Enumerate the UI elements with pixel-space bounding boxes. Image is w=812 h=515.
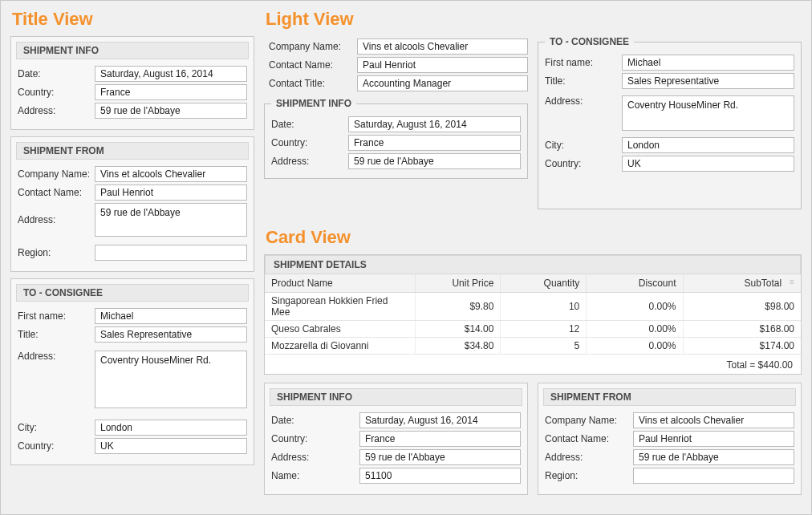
row-firstname: First name: Michael: [18, 308, 247, 324]
panel-title: SHIPMENT FROM: [543, 388, 796, 406]
cell-product: Mozzarella di Giovanni: [265, 338, 415, 355]
date-field[interactable]: Saturday, August 16, 2014: [95, 66, 247, 82]
region-field[interactable]: [95, 245, 247, 261]
country-field[interactable]: France: [95, 84, 247, 100]
label-address: Address:: [271, 452, 359, 463]
label-address: Address:: [271, 156, 348, 167]
light-shipment-info-group: SHIPMENT INFO Date: Saturday, August 16,…: [264, 98, 528, 179]
table-row[interactable]: Singaporean Hokkien Fried Mee$9.80100.00…: [265, 293, 801, 321]
row-contact-title: Contact Title: Accounting Manager: [269, 75, 528, 91]
row-date: Date: Saturday, August 16, 2014: [271, 116, 521, 132]
label-address: Address:: [545, 95, 622, 107]
company-field[interactable]: Vins et alcools Chevalier: [95, 166, 247, 182]
city-field[interactable]: London: [622, 137, 794, 153]
cell-discount: 0.00%: [587, 321, 683, 338]
panel-title: SHIPMENT FROM: [16, 142, 249, 160]
row-address: Address: 59 rue de l'Abbaye: [271, 153, 521, 169]
card-bottom-row: SHIPMENT INFO Date: Saturday, August 16,…: [264, 383, 802, 495]
city-field[interactable]: London: [95, 420, 247, 436]
table-row[interactable]: Mozzarella di Giovanni$34.8050.00%$174.0…: [265, 338, 801, 355]
card-view-heading: Card View: [266, 227, 802, 248]
col-unitprice[interactable]: Unit Price: [415, 274, 501, 293]
light-left-column: Company Name: Vins et alcools Chevalier …: [264, 36, 528, 216]
cell-discount: 0.00%: [587, 293, 683, 321]
cell-subtotal: $168.00: [683, 321, 801, 338]
label-city: City:: [18, 422, 95, 433]
row-address: Address: 59 rue de l'Abbaye: [18, 103, 247, 119]
row-title: Title: Sales Representative: [18, 326, 247, 343]
details-total: Total = $440.00: [265, 355, 801, 374]
row-country: Country: France: [271, 431, 521, 447]
address-field[interactable]: 59 rue de l'Abbaye: [633, 449, 794, 465]
row-firstname: First name: Michael: [545, 55, 794, 71]
country-field[interactable]: UK: [95, 438, 247, 454]
label-date: Date:: [271, 119, 348, 130]
firstname-field[interactable]: Michael: [95, 308, 247, 324]
row-city: City: London: [545, 137, 794, 153]
title-view-column: Title View SHIPMENT INFO Date: Saturday,…: [4, 4, 259, 511]
card-shipment-from-panel: SHIPMENT FROM Company Name: Vins et alco…: [538, 383, 802, 495]
country-field[interactable]: UK: [622, 156, 794, 172]
contact-title-field[interactable]: Accounting Manager: [357, 75, 528, 91]
row-name: Name: 51100: [271, 468, 521, 484]
label-company: Company Name:: [18, 168, 95, 180]
group-legend: TO - CONSIGNEE: [545, 36, 634, 47]
address-field[interactable]: 59 rue de l'Abbaye: [95, 203, 247, 237]
company-field[interactable]: Vins et alcools Chevalier: [633, 412, 794, 428]
address-field[interactable]: 59 rue de l'Abbaye: [95, 103, 247, 119]
title-field[interactable]: Sales Representative: [95, 326, 247, 343]
firstname-field[interactable]: Michael: [622, 55, 794, 71]
row-region: Region:: [18, 245, 247, 261]
row-company: Company Name: Vins et alcools Chevalier: [269, 39, 528, 55]
row-title: Title: Sales Representative: [545, 73, 794, 89]
row-date: Date: Saturday, August 16, 2014: [271, 412, 521, 428]
col-product[interactable]: Product Name: [265, 274, 415, 293]
country-field[interactable]: France: [359, 431, 521, 447]
row-address: Address: 59 rue de l'Abbaye: [271, 449, 521, 465]
label-contact: Contact Name:: [269, 59, 357, 71]
address-field[interactable]: Coventry HouseMiner Rd.: [95, 351, 247, 408]
table-row[interactable]: Queso Cabrales$14.00120.00%$168.00: [265, 321, 801, 338]
title-view-heading: Title View: [12, 9, 254, 30]
label-contact: Contact Name:: [18, 187, 95, 198]
col-quantity[interactable]: Quantity: [501, 274, 587, 293]
contact-field[interactable]: Paul Henriot: [357, 57, 528, 73]
row-country: Country: France: [271, 135, 521, 151]
row-contact: Contact Name: Paul Henriot: [269, 57, 528, 73]
contact-field[interactable]: Paul Henriot: [633, 431, 794, 447]
cell-quantity: 10: [501, 293, 587, 321]
col-discount[interactable]: Discount: [587, 274, 683, 293]
label-firstname: First name:: [545, 57, 622, 68]
col-subtotal[interactable]: SubTotal ≡: [683, 274, 801, 293]
light-view-heading: Light View: [266, 9, 802, 30]
region-field[interactable]: [633, 468, 794, 484]
row-country: Country: UK: [18, 438, 247, 454]
name-field[interactable]: 51100: [359, 468, 521, 484]
panel-title: TO - CONSIGNEE: [16, 284, 249, 302]
cell-subtotal: $98.00: [683, 293, 801, 321]
label-date: Date:: [271, 415, 359, 426]
label-country: Country:: [545, 158, 622, 169]
address-field[interactable]: 59 rue de l'Abbaye: [359, 449, 521, 465]
date-field[interactable]: Saturday, August 16, 2014: [348, 116, 521, 132]
company-field[interactable]: Vins et alcools Chevalier: [357, 39, 528, 55]
row-address: Address: Coventry HouseMiner Rd.: [18, 351, 247, 408]
label-country: Country:: [271, 137, 348, 148]
sort-icon[interactable]: ≡: [790, 278, 794, 286]
country-field[interactable]: France: [348, 135, 521, 151]
date-field[interactable]: Saturday, August 16, 2014: [359, 412, 521, 428]
address-field[interactable]: Coventry HouseMiner Rd.: [622, 95, 794, 131]
light-right-column: TO - CONSIGNEE First name: Michael Title…: [538, 36, 802, 216]
contact-field[interactable]: Paul Henriot: [95, 185, 247, 201]
address-field[interactable]: 59 rue de l'Abbaye: [348, 153, 521, 169]
titleview-shipment-from-panel: SHIPMENT FROM Company Name: Vins et alco…: [10, 136, 254, 272]
cell-unitprice: $14.00: [415, 321, 501, 338]
label-title: Title:: [545, 75, 622, 87]
light-view-top: Company Name: Vins et alcools Chevalier …: [264, 36, 802, 216]
label-country: Country:: [271, 433, 359, 444]
cell-subtotal: $174.00: [683, 338, 801, 355]
label-address: Address:: [18, 105, 95, 116]
title-field[interactable]: Sales Representative: [622, 73, 794, 89]
row-country: Country: UK: [545, 156, 794, 172]
panel-title: SHIPMENT INFO: [16, 42, 249, 59]
